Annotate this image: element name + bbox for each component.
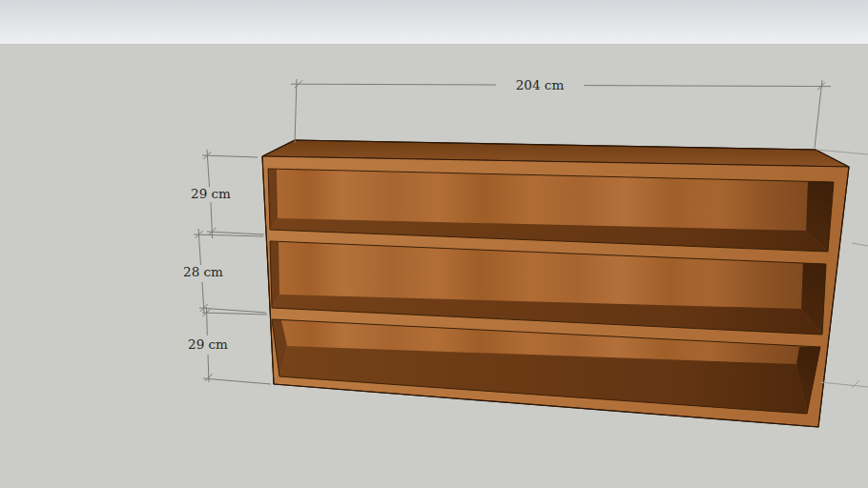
bookcase-model[interactable] xyxy=(262,140,849,427)
dimension-label-middle-section: 28 cm xyxy=(183,264,223,279)
dimension-label-overall-width: 204 cm xyxy=(516,77,565,92)
model-viewport[interactable]: 204 cm 29 cm 28 cm 29 cm xyxy=(0,0,868,488)
scene-canvas[interactable]: 204 cm 29 cm 28 cm 29 cm xyxy=(0,0,868,488)
dimension-label-bottom-section: 29 cm xyxy=(188,336,228,352)
dimension-label-top-section: 29 cm xyxy=(191,186,231,201)
sky xyxy=(0,0,868,44)
